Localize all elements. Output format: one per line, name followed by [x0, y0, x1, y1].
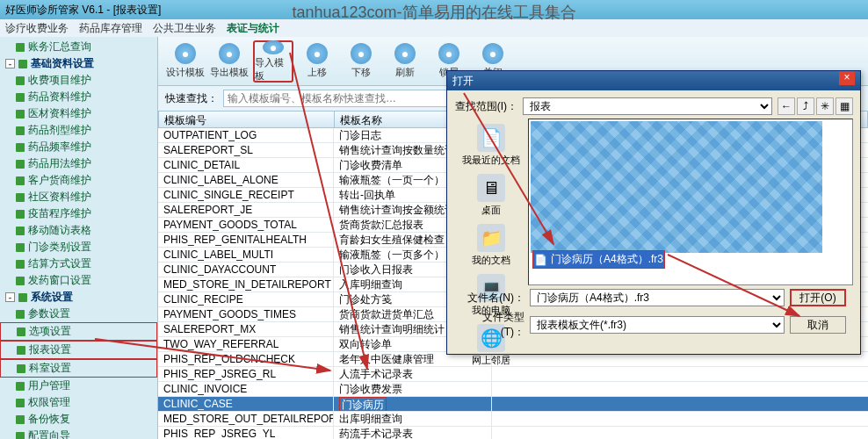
places-bar: 📄我最近的文档🖥桌面📁我的文档💻我的电脑🌐网上邻居: [454, 119, 528, 285]
cell-name: 人流手术记录表: [334, 367, 492, 381]
tree-label: 收费项目维护: [28, 73, 91, 88]
export-template-icon: ●: [219, 43, 240, 64]
filename-field[interactable]: 门诊病历（A4格式）.fr3: [530, 289, 785, 306]
refresh-button[interactable]: ●刷新: [385, 40, 425, 83]
look-in-dropdown[interactable]: 报表: [523, 97, 772, 115]
tree-item[interactable]: 疫苗程序维护: [0, 205, 157, 222]
tree-node-icon: [17, 346, 25, 355]
menu-item[interactable]: 药品库存管理: [79, 21, 142, 36]
close-icon[interactable]: ×: [839, 71, 855, 85]
back-icon[interactable]: ←: [778, 97, 795, 115]
file-item-selected[interactable]: 📄 门诊病历（A4格式）.fr3: [532, 250, 665, 269]
tree-item[interactable]: 发药窗口设置: [0, 272, 157, 289]
mosaic-overlay: [531, 121, 822, 253]
expand-icon[interactable]: -: [5, 59, 15, 68]
table-row[interactable]: CLINIC_CASE门诊病历: [158, 397, 868, 412]
cancel-button[interactable]: 取消: [790, 316, 846, 334]
tree-item[interactable]: 账务汇总查询: [0, 39, 157, 55]
tree-node-icon: [16, 260, 25, 269]
table-row[interactable]: CLINIC_INVOICE门诊收费发票: [158, 382, 868, 397]
tree-item[interactable]: 权限管理: [0, 394, 157, 411]
import-template-icon: ●: [263, 40, 284, 54]
place-icon: 🖥: [477, 174, 505, 202]
tree-item[interactable]: 药品用法维护: [0, 155, 157, 172]
btn-label: 刷新: [395, 66, 415, 79]
look-in-label: 查找范围(I)：: [454, 99, 517, 114]
up-folder-icon[interactable]: ⤴: [797, 97, 814, 115]
move-up-button[interactable]: ●上移: [297, 40, 337, 83]
tree-item[interactable]: 客户货商维护: [0, 172, 157, 189]
design-template-button[interactable]: ●设计模板: [165, 40, 206, 83]
tree-item[interactable]: 配置向导: [0, 428, 157, 439]
place-item[interactable]: 🖥桌面: [477, 174, 505, 217]
tree-node-icon: [16, 143, 25, 152]
btn-label: 上移: [307, 66, 327, 79]
tree-item[interactable]: 门诊类别设置: [0, 239, 157, 255]
file-icon: 📄: [534, 254, 547, 266]
tree-label: 结算方式设置: [28, 256, 91, 271]
tree-label: 发药窗口设置: [28, 273, 91, 288]
table-row[interactable]: PHIS_REP_JSREG_RL人流手术记录表: [158, 367, 868, 382]
tree-label: 客户货商维护: [28, 173, 91, 188]
tree-group[interactable]: -基础资料设置: [0, 55, 157, 72]
place-item[interactable]: 📁我的文档: [472, 224, 510, 267]
btn-label: 设计模板: [166, 66, 205, 79]
file-name: 门诊病历（A4格式）.fr3: [551, 252, 663, 267]
col-header-code[interactable]: 模板编号: [159, 112, 335, 127]
dialog-title: 打开: [452, 71, 474, 90]
tree-item[interactable]: 收费项目维护: [0, 72, 157, 89]
cell-code: PAYMENT_GOODS_TOTAL: [158, 218, 334, 232]
view-icon[interactable]: ▦: [835, 97, 853, 115]
file-list[interactable]: 📄 门诊病历（A4格式）.fr3: [528, 119, 853, 285]
open-button[interactable]: 打开(O): [790, 289, 846, 306]
menu-item-active[interactable]: 表证与统计: [227, 21, 279, 36]
export-template-button[interactable]: ●导出模板: [209, 40, 250, 83]
tree-item[interactable]: 移动随访表格: [0, 222, 157, 239]
place-label: 网上邻居: [472, 354, 510, 367]
move-down-button[interactable]: ●下移: [341, 40, 381, 83]
tree-node-icon: [16, 399, 25, 407]
tree-item[interactable]: 结算方式设置: [0, 255, 157, 272]
tree-label: 医材资料维护: [28, 106, 91, 121]
btn-label: 导出模板: [210, 66, 249, 79]
tree-label: 用户管理: [28, 378, 70, 393]
expand-icon[interactable]: -: [5, 292, 15, 302]
tree-item[interactable]: 备份恢复: [0, 411, 157, 428]
tree-item[interactable]: 药品频率维护: [0, 139, 157, 155]
tree-item[interactable]: 参数设置: [0, 306, 157, 322]
tree-item[interactable]: 药品资料维护: [0, 89, 157, 105]
tree-item[interactable]: 选项设置: [0, 322, 157, 341]
refresh-icon: ●: [394, 43, 416, 64]
tree-item[interactable]: 科室设置: [0, 359, 157, 378]
filetype-label: 文件类型(T)：: [461, 310, 524, 340]
tree-label: 科室设置: [29, 361, 71, 376]
tree-node-icon: [16, 160, 25, 169]
tree-item[interactable]: 用户管理: [0, 378, 157, 394]
tree-item[interactable]: 报表设置: [0, 341, 157, 359]
tree-label: 药品剂型维护: [28, 123, 91, 138]
tree-label: 系统设置: [31, 290, 73, 305]
filetype-dropdown[interactable]: 报表模板文件(*.fr3): [530, 316, 785, 334]
place-label: 我最近的文档: [462, 154, 520, 167]
menu-item[interactable]: 诊疗收费业务: [5, 21, 69, 36]
cell-code: OUTPATIENT_LOG: [158, 128, 334, 142]
place-item[interactable]: 📄我最近的文档: [462, 124, 520, 167]
tree-item[interactable]: 医材资料维护: [0, 105, 157, 122]
tree-node-icon: [16, 210, 25, 219]
cell-name: 门诊收费发票: [334, 382, 492, 396]
tree-group[interactable]: -系统设置: [0, 289, 157, 306]
menu-item[interactable]: 公共卫生业务: [153, 21, 216, 36]
tree-label: 门诊类别设置: [28, 240, 91, 255]
new-folder-icon[interactable]: ✳: [816, 97, 834, 115]
tree-node-icon: [16, 76, 25, 85]
search-label: 快速查找：: [165, 91, 218, 106]
cell-name: 出库明细查询: [334, 412, 492, 426]
tree-item[interactable]: 社区资料维护: [0, 189, 157, 205]
tree-label: 报表设置: [29, 342, 71, 357]
table-row[interactable]: PHIS_REP_JSREG_YL药流手术记录表: [158, 427, 868, 439]
tree-label: 备份恢复: [28, 412, 70, 427]
tree-item[interactable]: 药品剂型维护: [0, 122, 157, 139]
import-template-button[interactable]: ●导入模板: [253, 40, 293, 83]
table-row[interactable]: MED_STORE_OUT_DETAILREPORT出库明细查询: [158, 412, 868, 427]
tree-label: 选项设置: [29, 324, 71, 339]
